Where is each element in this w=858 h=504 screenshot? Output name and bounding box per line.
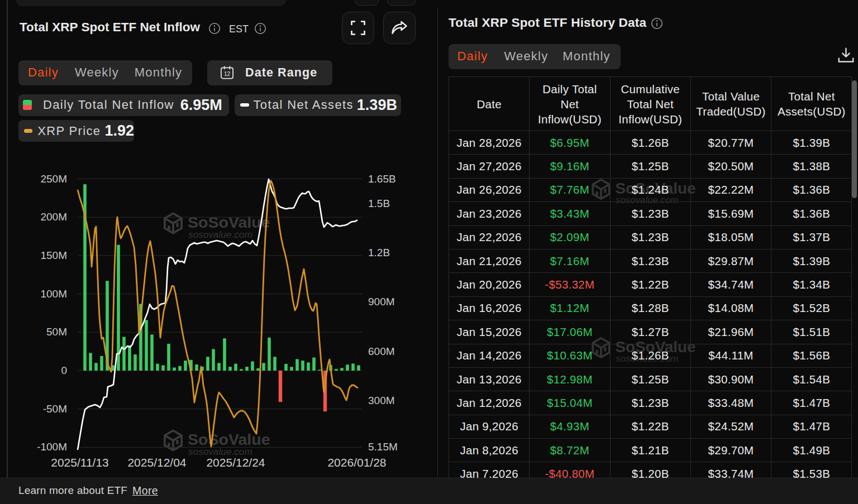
svg-text:5.15M: 5.15M	[368, 441, 398, 453]
svg-text:150M: 150M	[40, 249, 67, 261]
svg-text:1.2B: 1.2B	[368, 247, 390, 258]
svg-text:SoSoValue: SoSoValue	[188, 430, 270, 448]
svg-text:2025/11/13: 2025/11/13	[51, 456, 109, 469]
svg-text:1.5B: 1.5B	[368, 198, 390, 209]
svg-text:0: 0	[61, 364, 67, 376]
svg-text:250M: 250M	[40, 173, 67, 185]
svg-text:2025/12/24: 2025/12/24	[206, 456, 265, 469]
svg-text:SoSoValue: SoSoValue	[188, 213, 270, 231]
svg-text:2026/01/28: 2026/01/28	[327, 456, 386, 469]
svg-text:50M: 50M	[46, 326, 67, 338]
svg-text:600M: 600M	[368, 345, 395, 357]
svg-text:-50M: -50M	[43, 403, 67, 415]
svg-text:900M: 900M	[368, 296, 395, 308]
svg-text:100M: 100M	[40, 288, 67, 300]
svg-text:-100M: -100M	[37, 441, 67, 453]
svg-text:12: 12	[224, 71, 231, 78]
svg-text:sosovalue.com: sosovalue.com	[188, 229, 252, 240]
svg-text:2025/12/04: 2025/12/04	[127, 456, 186, 469]
svg-text:1.65B: 1.65B	[368, 173, 396, 185]
svg-text:300M: 300M	[368, 395, 395, 406]
svg-text:sosovalue.com: sosovalue.com	[188, 446, 252, 457]
svg-text:EST: EST	[229, 23, 249, 35]
svg-text:200M: 200M	[40, 211, 67, 223]
